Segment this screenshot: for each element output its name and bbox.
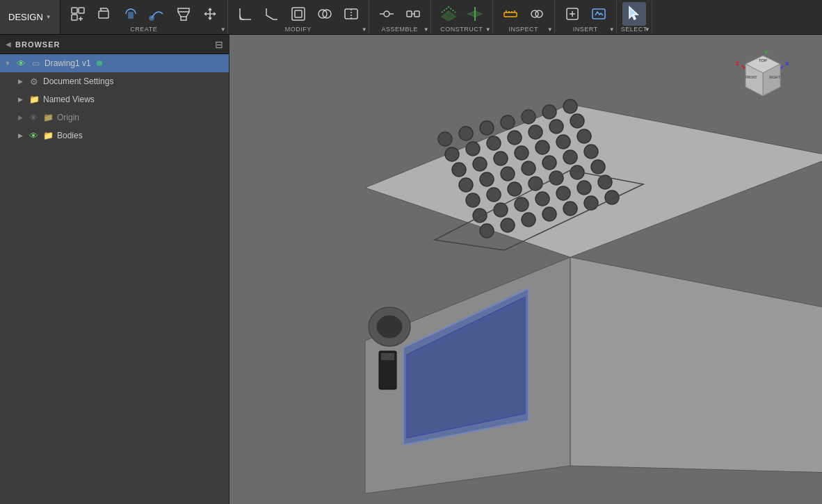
svg-point-62 [577, 129, 591, 143]
svg-point-57 [473, 157, 487, 171]
insert-mcmaster-btn[interactable] [561, 2, 584, 26]
tree-item-settings[interactable]: ▶ ⚙ Document Settings [0, 72, 229, 90]
measure-btn[interactable] [499, 2, 522, 26]
svg-point-10 [150, 16, 154, 20]
settings-expand-icon[interactable]: ▶ [15, 76, 25, 86]
browser-title: BROWSER [15, 40, 60, 49]
svg-rect-12 [178, 8, 189, 12]
drawing-folder-icon: ▭ [29, 58, 42, 69]
insert-label: INSERT [573, 26, 598, 33]
drawing-eye-icon[interactable]: 👁 [15, 58, 26, 69]
tree-item-bodies[interactable]: ▶ 👁 📁 Bodies [0, 127, 229, 145]
svg-point-81 [556, 186, 570, 200]
shell-btn[interactable] [287, 2, 310, 26]
tree-item-drawing[interactable]: ▼ 👁 ▭ Drawing1 v1 [0, 54, 229, 72]
svg-point-66 [522, 161, 535, 175]
svg-marker-40 [570, 257, 822, 473]
insert-svg-btn[interactable] [587, 2, 611, 26]
toolbar: DESIGN ▼ CREATE ▼ [0, 0, 822, 35]
combine-btn[interactable] [313, 2, 337, 26]
viewport[interactable]: TOP RIGHT FRONT Y X Z [229, 35, 822, 504]
extrude-btn[interactable] [92, 2, 116, 26]
fillet-btn[interactable] [234, 2, 257, 26]
insert-group: INSERT ▼ [555, 0, 617, 34]
svg-point-71 [487, 188, 501, 202]
joint-btn[interactable] [375, 2, 398, 26]
revolve-btn[interactable] [119, 2, 143, 26]
design-button[interactable]: DESIGN ▼ [0, 0, 61, 34]
svg-rect-0 [72, 8, 77, 13]
svg-point-64 [480, 172, 494, 186]
axis-btn[interactable] [463, 2, 487, 26]
svg-point-69 [584, 145, 598, 158]
create-label: CREATE [130, 26, 157, 33]
svg-point-34 [535, 10, 542, 17]
svg-point-50 [466, 142, 480, 156]
svg-point-89 [584, 196, 598, 210]
svg-text:X: X [785, 60, 789, 67]
svg-point-45 [501, 115, 515, 129]
svg-point-78 [494, 203, 508, 217]
interference-btn[interactable] [525, 2, 549, 26]
origin-label: Origin [57, 113, 79, 122]
loft-btn[interactable] [172, 2, 195, 26]
tree-item-origin[interactable]: ▶ 👁 📁 Origin [0, 108, 229, 127]
svg-point-51 [487, 136, 501, 150]
svg-point-82 [577, 181, 591, 195]
namedviews-expand-icon[interactable]: ▶ [15, 95, 25, 104]
chamfer-btn[interactable] [260, 2, 284, 26]
svg-point-42 [438, 132, 452, 146]
origin-folder-icon: 📁 [42, 112, 54, 123]
origin-eye-icon[interactable]: 👁 [28, 112, 39, 123]
svg-point-63 [459, 178, 473, 192]
svg-point-58 [494, 152, 508, 165]
bodies-eye-icon[interactable]: 👁 [28, 130, 39, 141]
rigid-group-btn[interactable] [401, 2, 425, 26]
svg-point-21 [384, 11, 389, 17]
svg-point-93 [377, 316, 402, 338]
svg-point-55 [570, 114, 584, 128]
svg-point-87 [542, 207, 556, 221]
select-label: SELECT [621, 26, 647, 33]
svg-point-46 [522, 110, 535, 124]
svg-point-53 [529, 125, 542, 139]
origin-expand-icon[interactable]: ▶ [15, 113, 25, 122]
tree-item-namedviews[interactable]: ▶ 📁 Named Views [0, 90, 229, 108]
drawing-expand-icon[interactable]: ▼ [3, 58, 13, 68]
svg-text:TOP: TOP [759, 58, 767, 63]
select-btn[interactable] [622, 2, 646, 26]
svg-point-86 [522, 213, 535, 227]
svg-point-65 [501, 167, 515, 181]
move-btn[interactable] [198, 2, 222, 26]
svg-point-72 [508, 182, 522, 196]
construct-group: CONSTRUCT ▼ [431, 0, 493, 34]
svg-text:FRONT: FRONT [745, 75, 757, 79]
svg-rect-16 [295, 10, 302, 17]
inspect-group: INSPECT ▼ [493, 0, 555, 34]
assemble-label: ASSEMBLE [382, 26, 419, 33]
select-chevron: ▼ [645, 26, 650, 33]
bodies-expand-icon[interactable]: ▶ [15, 131, 25, 140]
svg-rect-9 [129, 13, 133, 18]
browser-back-icon[interactable]: ◀ [6, 40, 11, 48]
new-component-btn[interactable] [66, 2, 90, 26]
insert-chevron: ▼ [609, 26, 615, 33]
settings-gear-icon: ⚙ [28, 76, 40, 87]
namedviews-folder-icon: 📁 [28, 94, 40, 105]
svg-rect-25 [414, 11, 419, 17]
split-body-btn[interactable] [339, 2, 363, 26]
svg-point-47 [542, 105, 556, 119]
svg-point-76 [591, 160, 605, 174]
sweep-btn[interactable] [145, 2, 169, 26]
svg-rect-19 [345, 9, 357, 19]
create-group: CREATE ▼ [61, 0, 228, 34]
svg-rect-2 [72, 15, 77, 20]
svg-point-54 [549, 120, 563, 133]
orientation-cube[interactable]: TOP RIGHT FRONT Y X Z [732, 49, 794, 111]
browser-collapse-btn[interactable]: ⊟ [215, 39, 223, 50]
svg-point-60 [535, 140, 549, 154]
svg-text:RIGHT: RIGHT [769, 75, 780, 79]
bodies-folder-icon: 📁 [42, 130, 54, 141]
offset-plane-btn[interactable] [437, 2, 460, 26]
inspect-chevron: ▼ [547, 26, 553, 33]
